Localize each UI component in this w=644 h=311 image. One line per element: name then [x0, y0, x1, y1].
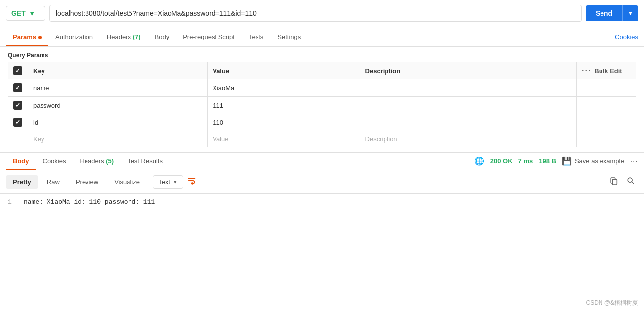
table-row: name XiaoMa: [8, 79, 636, 97]
tab-prerequest[interactable]: Pre-request Script: [176, 27, 242, 46]
params-section: Query Params Key Value Description ··· B…: [0, 47, 644, 147]
response-status-bar: 🌐 200 OK 7 ms 198 B 💾 Save as example ··…: [474, 156, 638, 166]
code-line-1: 1 name: XiaoMa id: 110 password: 111: [8, 198, 636, 206]
row-description-0[interactable]: [360, 79, 576, 97]
query-params-title: Query Params: [8, 52, 636, 59]
resp-tab-headers[interactable]: Headers (5): [73, 153, 121, 170]
type-chevron-icon: ▼: [173, 179, 178, 185]
type-select[interactable]: Text ▼: [153, 175, 183, 189]
wrap-button[interactable]: [187, 176, 196, 187]
request-tabs-bar: Params Authorization Headers (7) Body Pr…: [0, 27, 644, 47]
save-example-button[interactable]: 💾 Save as example: [562, 156, 624, 166]
row-checkbox-2[interactable]: [13, 118, 22, 127]
watermark: CSDN @&梧桐树夏: [586, 299, 638, 307]
response-format-toolbar: Pretty Raw Preview Visualize Text ▼: [0, 170, 644, 194]
col-checkbox-header: [8, 62, 28, 79]
tab-headers[interactable]: Headers (7): [100, 27, 148, 46]
response-more-icon[interactable]: ···: [630, 157, 638, 166]
row-description-1[interactable]: [360, 97, 576, 114]
copy-button[interactable]: [606, 174, 621, 189]
col-description-header: Description: [360, 62, 576, 79]
response-code-area: 1 name: XiaoMa id: 110 password: 111: [0, 194, 644, 211]
table-row-empty: Key Value Description: [8, 131, 636, 147]
col-key-header: Key: [28, 62, 208, 79]
send-button-wrapper: Send ▼: [586, 5, 638, 21]
row-checkbox-0[interactable]: [13, 83, 22, 92]
table-row: password 111: [8, 97, 636, 114]
send-chevron-button[interactable]: ▼: [622, 5, 638, 21]
cookies-link[interactable]: Cookies: [615, 27, 638, 46]
top-bar: GET ▼ Send ▼: [0, 0, 644, 27]
format-tab-raw[interactable]: Raw: [40, 175, 67, 189]
send-button[interactable]: Send: [586, 5, 622, 21]
row-description-2[interactable]: [360, 114, 576, 131]
method-select[interactable]: GET ▼: [6, 6, 45, 21]
row-description-placeholder[interactable]: Description: [360, 131, 576, 147]
format-tab-pretty[interactable]: Pretty: [6, 175, 38, 189]
row-checkbox-1[interactable]: [13, 101, 22, 110]
resp-tab-body[interactable]: Body: [6, 153, 36, 170]
row-key-0[interactable]: name: [28, 79, 208, 97]
url-input[interactable]: [49, 5, 582, 22]
type-label: Text: [158, 178, 170, 186]
tab-settings[interactable]: Settings: [270, 27, 307, 46]
params-table: Key Value Description ··· Bulk Edit name…: [8, 62, 636, 147]
params-dot: [38, 36, 42, 39]
resp-tab-test-results[interactable]: Test Results: [121, 153, 170, 170]
tab-body[interactable]: Body: [148, 27, 176, 46]
select-all-checkbox[interactable]: [13, 66, 22, 75]
tab-tests[interactable]: Tests: [242, 27, 270, 46]
row-value-placeholder[interactable]: Value: [208, 131, 360, 147]
method-label: GET: [11, 9, 26, 17]
row-value-0[interactable]: XiaoMa: [208, 79, 360, 97]
svg-rect-0: [612, 179, 617, 185]
tab-params[interactable]: Params: [6, 27, 48, 46]
svg-point-1: [628, 178, 632, 182]
row-key-2[interactable]: id: [28, 114, 208, 131]
row-key-1[interactable]: password: [28, 97, 208, 114]
method-chevron-icon: ▼: [29, 9, 36, 17]
row-value-1[interactable]: 111: [208, 97, 360, 114]
response-section: Body Cookies Headers (5) Test Results 🌐 …: [0, 152, 644, 211]
status-code: 200 OK: [490, 157, 513, 165]
format-tab-visualize[interactable]: Visualize: [107, 175, 147, 189]
line-number-1: 1: [8, 198, 16, 206]
response-time: 7 ms: [518, 157, 533, 165]
col-actions-header: ··· Bulk Edit: [577, 62, 636, 79]
format-tab-preview[interactable]: Preview: [69, 175, 105, 189]
more-actions-icon[interactable]: ···: [582, 66, 591, 75]
globe-icon: 🌐: [474, 156, 484, 166]
svg-line-2: [632, 182, 634, 184]
response-size: 198 B: [539, 157, 556, 165]
row-value-2[interactable]: 110: [208, 114, 360, 131]
row-key-placeholder[interactable]: Key: [28, 131, 208, 147]
code-content-1: name: XiaoMa id: 110 password: 111: [24, 198, 155, 206]
col-value-header: Value: [208, 62, 360, 79]
save-icon: 💾: [562, 156, 572, 166]
response-tabs-bar: Body Cookies Headers (5) Test Results 🌐 …: [0, 153, 644, 170]
tab-authorization[interactable]: Authorization: [48, 27, 100, 46]
table-row: id 110: [8, 114, 636, 131]
bulk-edit-button[interactable]: Bulk Edit: [594, 67, 622, 75]
resp-tab-cookies[interactable]: Cookies: [36, 153, 73, 170]
search-button[interactable]: [623, 174, 638, 189]
